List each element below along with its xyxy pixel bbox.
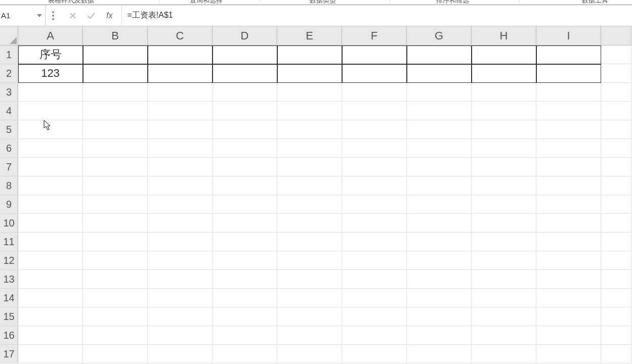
cell-H16[interactable]	[472, 326, 536, 345]
cell-F7[interactable]	[342, 158, 407, 176]
cell-D16[interactable]	[213, 326, 277, 345]
cell-B15[interactable]	[83, 307, 148, 326]
cell-extra[interactable]	[601, 233, 631, 251]
ribbon-tab-0[interactable]: 表格样式及数据	[48, 0, 94, 5]
cell-F1[interactable]	[342, 46, 407, 64]
col-header-E[interactable]: E	[277, 26, 342, 46]
cell-C14[interactable]	[148, 289, 213, 307]
cell-C8[interactable]	[148, 176, 213, 195]
cell-C11[interactable]	[148, 233, 213, 251]
col-header-B[interactable]: B	[83, 26, 148, 46]
cell-extra[interactable]	[601, 326, 631, 345]
cell-I5[interactable]	[536, 120, 601, 139]
cell-D11[interactable]	[213, 233, 277, 251]
cell-I17[interactable]	[536, 345, 601, 363]
cell-E1[interactable]	[277, 46, 342, 64]
cell-I1[interactable]	[536, 46, 601, 64]
row-header-16[interactable]: 16	[0, 326, 18, 345]
cell-E5[interactable]	[277, 120, 342, 139]
cell-F3[interactable]	[342, 83, 407, 102]
cell-extra[interactable]	[601, 64, 631, 83]
ribbon-tab-3[interactable]: 排序和筛选	[436, 0, 469, 5]
cell-E8[interactable]	[277, 176, 342, 195]
cell-extra[interactable]	[601, 46, 631, 64]
cell-C4[interactable]	[148, 102, 213, 120]
cell-H14[interactable]	[472, 289, 536, 307]
cell-D17[interactable]	[213, 345, 277, 363]
cell-extra[interactable]	[601, 158, 631, 176]
cell-I2[interactable]	[536, 64, 601, 83]
cell-C15[interactable]	[148, 307, 213, 326]
cell-A16[interactable]	[18, 326, 83, 345]
col-header-I[interactable]: I	[536, 26, 601, 46]
cell-C6[interactable]	[148, 139, 213, 158]
cell-C12[interactable]	[148, 251, 213, 270]
cell-H4[interactable]	[472, 102, 536, 120]
cell-G16[interactable]	[407, 326, 472, 345]
cell-G1[interactable]	[407, 46, 472, 64]
cell-extra[interactable]	[601, 251, 631, 270]
cell-B12[interactable]	[83, 251, 148, 270]
name-box[interactable]: A1	[0, 5, 46, 26]
cell-D15[interactable]	[213, 307, 277, 326]
cell-E14[interactable]	[277, 289, 342, 307]
cell-H3[interactable]	[472, 83, 536, 102]
cell-A15[interactable]	[18, 307, 83, 326]
cell-A7[interactable]	[18, 158, 83, 176]
cell-extra[interactable]	[601, 139, 631, 158]
cell-A17[interactable]	[18, 345, 83, 363]
cell-extra[interactable]	[601, 270, 631, 289]
cell-H7[interactable]	[472, 158, 536, 176]
cell-E15[interactable]	[277, 307, 342, 326]
cell-B10[interactable]	[83, 214, 148, 233]
cell-H10[interactable]	[472, 214, 536, 233]
cell-E4[interactable]	[277, 102, 342, 120]
ribbon-tab-4[interactable]: 数据工具	[582, 0, 608, 5]
cell-B7[interactable]	[83, 158, 148, 176]
cell-F11[interactable]	[342, 233, 407, 251]
cell-E3[interactable]	[277, 83, 342, 102]
cell-G8[interactable]	[407, 176, 472, 195]
cell-H8[interactable]	[472, 176, 536, 195]
cell-I8[interactable]	[536, 176, 601, 195]
cell-E6[interactable]	[277, 139, 342, 158]
cell-F13[interactable]	[342, 270, 407, 289]
cell-D8[interactable]	[213, 176, 277, 195]
row-header-3[interactable]: 3	[0, 83, 18, 102]
cell-H6[interactable]	[472, 139, 536, 158]
cell-G15[interactable]	[407, 307, 472, 326]
col-header-next[interactable]	[601, 26, 631, 46]
cell-A9[interactable]	[18, 195, 83, 214]
cell-B1[interactable]	[83, 46, 148, 64]
cell-A2[interactable]: 123	[18, 64, 83, 83]
col-header-D[interactable]: D	[213, 26, 277, 46]
row-header-15[interactable]: 15	[0, 307, 18, 326]
cell-G4[interactable]	[407, 102, 472, 120]
col-header-G[interactable]: G	[407, 26, 472, 46]
cell-G9[interactable]	[407, 195, 472, 214]
cell-E13[interactable]	[277, 270, 342, 289]
cell-E16[interactable]	[277, 326, 342, 345]
cell-extra[interactable]	[601, 83, 631, 102]
cell-G17[interactable]	[407, 345, 472, 363]
col-header-C[interactable]: C	[148, 26, 213, 46]
cell-F2[interactable]	[342, 64, 407, 83]
cell-F5[interactable]	[342, 120, 407, 139]
accept-formula-button[interactable]	[84, 9, 98, 23]
col-header-A[interactable]: A	[18, 26, 83, 46]
row-header-9[interactable]: 9	[0, 195, 18, 214]
cell-B13[interactable]	[83, 270, 148, 289]
cell-C2[interactable]	[148, 64, 213, 83]
cell-extra[interactable]	[601, 195, 631, 214]
cell-G3[interactable]	[407, 83, 472, 102]
cell-B4[interactable]	[83, 102, 148, 120]
cell-H5[interactable]	[472, 120, 536, 139]
cell-D7[interactable]	[213, 158, 277, 176]
cell-F10[interactable]	[342, 214, 407, 233]
cell-H1[interactable]	[472, 46, 536, 64]
cell-I7[interactable]	[536, 158, 601, 176]
col-header-H[interactable]: H	[472, 26, 536, 46]
row-header-7[interactable]: 7	[0, 158, 18, 176]
cell-F12[interactable]	[342, 251, 407, 270]
cell-I10[interactable]	[536, 214, 601, 233]
